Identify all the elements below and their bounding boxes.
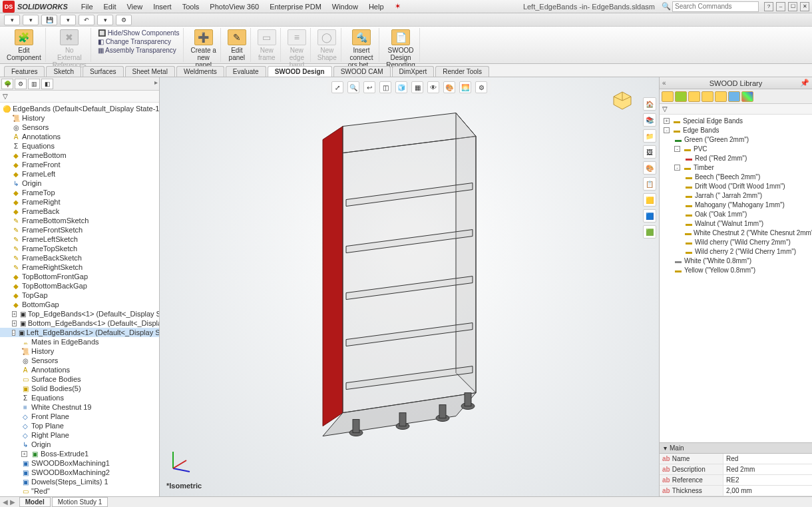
- tree-root[interactable]: 🟡 EdgeBands (Default<Default_Display Sta…: [0, 104, 159, 113]
- library-filter[interactable]: ▽: [660, 104, 812, 115]
- taskpane-custom-props[interactable]: 📋: [643, 177, 656, 191]
- tree-item[interactable]: ▣SWOODBoxMachining1: [0, 458, 159, 468]
- print-button[interactable]: ▾: [60, 15, 76, 25]
- lib-tab-1[interactable]: [662, 91, 674, 102]
- tree-item[interactable]: ◎Sensors: [0, 123, 159, 132]
- new-frame-button[interactable]: ▭ New frame: [258, 29, 276, 61]
- maximize-button[interactable]: ☐: [788, 2, 797, 11]
- feature-filter[interactable]: ▽: [0, 91, 159, 103]
- tree-item[interactable]: ◆FrameTop: [0, 188, 159, 197]
- library-item[interactable]: ▬White ("White 0.8mm"): [660, 256, 812, 265]
- apply-scene-button[interactable]: 🌅: [459, 81, 471, 93]
- nav-buttons[interactable]: ◀ ▶: [3, 498, 15, 506]
- tree-item[interactable]: ✎FrameRightSketch: [0, 262, 159, 272]
- tree-item[interactable]: ≡White Chestnut 19: [0, 402, 159, 412]
- expand-icon[interactable]: +: [21, 451, 27, 457]
- library-item[interactable]: -▬Edge Bands: [660, 125, 812, 135]
- fm-tab-dim[interactable]: ◧: [41, 79, 53, 89]
- tree-item[interactable]: ▣SWOODBoxMachining2: [0, 468, 159, 477]
- fm-tab-config[interactable]: ▥: [28, 79, 40, 89]
- menu-help[interactable]: Help: [363, 1, 389, 12]
- tab-swood-design[interactable]: SWOOD Design: [268, 66, 332, 77]
- tree-item[interactable]: ◎Sensors: [0, 356, 159, 365]
- close-button[interactable]: ✕: [800, 2, 809, 11]
- tree-item[interactable]: ▣Solid Bodies(5): [0, 384, 159, 393]
- library-item[interactable]: +▬Special Edge Bands: [660, 116, 812, 125]
- tab-swood-cam[interactable]: SWOOD CAM: [333, 66, 391, 77]
- tree-item[interactable]: ↳Origin: [0, 440, 159, 449]
- expand-icon[interactable]: +: [12, 311, 17, 317]
- tree-item[interactable]: ✎FrameTopSketch: [0, 244, 159, 253]
- expand-icon[interactable]: -: [12, 330, 15, 336]
- tree-item[interactable]: ⩋Mates in EdgeBands: [0, 337, 159, 346]
- tree-item[interactable]: AAnnotations: [0, 132, 159, 141]
- taskpane-view-palette[interactable]: 🖼: [643, 145, 656, 159]
- prop-value[interactable]: 2,00 mm: [723, 486, 812, 496]
- tree-item[interactable]: ◆FrameBottom: [0, 151, 159, 160]
- expand-icon[interactable]: +: [12, 320, 17, 326]
- tree-item[interactable]: ΣEquations: [0, 141, 159, 151]
- tree-item[interactable]: ΣEquations: [0, 393, 159, 402]
- library-item[interactable]: ▬Oak ("Oak 1mm"): [660, 209, 812, 219]
- tree-item[interactable]: ◆FrameFront: [0, 160, 159, 169]
- minimize-button[interactable]: –: [776, 2, 785, 11]
- library-item[interactable]: ▬Yellow ("Yellow 0.8mm"): [660, 265, 812, 274]
- expand-icon[interactable]: -: [674, 146, 680, 152]
- view-orient-button[interactable]: 🧊: [395, 81, 407, 93]
- collapse-panel-icon[interactable]: «: [662, 79, 666, 87]
- new-edge-band-button[interactable]: ≡ New edge band: [288, 29, 306, 69]
- library-item[interactable]: ▬Beech ("Beech 2mm"): [660, 172, 812, 181]
- library-item[interactable]: ▬Green ("Green 2mm"): [660, 135, 812, 144]
- edit-panel-button[interactable]: ✎ Edit panel: [228, 29, 246, 61]
- tree-item[interactable]: ◇Right Plane: [0, 430, 159, 440]
- library-item[interactable]: ▬Mahogany ("Mahogany 1mm"): [660, 200, 812, 209]
- change-transparency-button[interactable]: ◧ Change Transparency: [98, 38, 180, 45]
- library-item[interactable]: ▬Walnut ("Walnut 1mm"): [660, 219, 812, 228]
- expand-icon[interactable]: -: [674, 165, 680, 171]
- tree-item[interactable]: ◆FrameRight: [0, 197, 159, 207]
- tree-item[interactable]: ◆TopBottomBackGap: [0, 281, 159, 290]
- tree-item[interactable]: ◆FrameBack: [0, 207, 159, 216]
- tree-item[interactable]: ◇Front Plane: [0, 412, 159, 421]
- fm-tab-prop[interactable]: ⚙: [15, 79, 27, 89]
- swood-reporting-button[interactable]: 📄 SWOOD Design Reporting: [386, 29, 415, 69]
- library-item[interactable]: ▬White Chestnut 2 ("White Chesnut 2mm"): [660, 228, 812, 237]
- no-external-refs-button[interactable]: ✖ No External References: [53, 29, 87, 69]
- tree-item[interactable]: ◆FrameLeft: [0, 169, 159, 179]
- tree-item[interactable]: ✎FrameFrontSketch: [0, 225, 159, 235]
- tab-weldments[interactable]: Weldments: [176, 66, 224, 77]
- tree-item[interactable]: ✎FrameBackSketch: [0, 253, 159, 262]
- zoom-fit-button[interactable]: ⤢: [331, 81, 343, 93]
- tab-features[interactable]: Features: [4, 66, 45, 77]
- tree-item[interactable]: 📜History: [0, 113, 159, 123]
- orientation-cube[interactable]: [612, 91, 632, 111]
- lib-tab-2[interactable]: [675, 91, 687, 102]
- fm-dropdown-icon[interactable]: ▸: [154, 79, 158, 89]
- expand-icon[interactable]: -: [664, 127, 670, 133]
- tree-item[interactable]: -▣Left_EdgeBands<1> (Default<_Display St: [0, 328, 159, 337]
- options-button[interactable]: ⚙: [116, 15, 132, 25]
- library-item[interactable]: -▬PVC: [660, 144, 812, 153]
- tab-sketch[interactable]: Sketch: [46, 66, 81, 77]
- library-item[interactable]: ▬Jarrah (" Jarrah 2mm"): [660, 191, 812, 200]
- tab-dimxpert[interactable]: DimXpert: [392, 66, 435, 77]
- undo-button[interactable]: ↶: [79, 15, 95, 25]
- taskpane-file-explorer[interactable]: 📁: [643, 129, 656, 143]
- prop-value[interactable]: RE2: [723, 475, 812, 485]
- taskpane-home[interactable]: 🏠: [643, 97, 656, 111]
- lib-tab-3[interactable]: [688, 91, 700, 102]
- library-item[interactable]: ▬Drift Wood ("Drift Wood 1mm"): [660, 181, 812, 191]
- tab-evaluate[interactable]: Evaluate: [226, 66, 266, 77]
- tree-item[interactable]: ↳Origin: [0, 179, 159, 188]
- fm-tab-tree[interactable]: 🌳: [1, 79, 13, 89]
- help-button[interactable]: ?: [764, 2, 773, 11]
- prop-value[interactable]: Red 2mm: [723, 464, 812, 474]
- taskpane-swood3[interactable]: 🟩: [643, 225, 656, 239]
- expand-icon[interactable]: +: [664, 118, 670, 124]
- tab-sheet-metal[interactable]: Sheet Metal: [125, 66, 175, 77]
- menu-file[interactable]: File: [76, 1, 99, 12]
- rebuild-button[interactable]: ▾: [97, 15, 113, 25]
- taskpane-design-lib[interactable]: 📚: [643, 113, 656, 127]
- tree-item[interactable]: ◆TopBottomFrontGap: [0, 272, 159, 281]
- view-settings-button[interactable]: ⚙: [475, 81, 487, 93]
